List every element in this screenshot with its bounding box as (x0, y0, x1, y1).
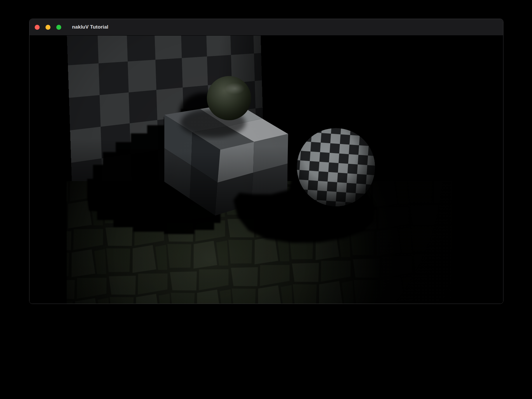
zoom-button[interactable] (56, 25, 61, 30)
minimize-button[interactable] (46, 25, 50, 30)
scene-canvas (29, 36, 503, 304)
window-title: nakluV Tutorial (72, 24, 108, 30)
window-controls (29, 25, 61, 30)
desktop-background: nakluV Tutorial (0, 0, 532, 399)
spotlight-vignette (29, 36, 503, 304)
title-bar[interactable]: nakluV Tutorial (29, 19, 503, 36)
close-button[interactable] (35, 25, 40, 30)
render-viewport[interactable] (29, 36, 503, 304)
app-window: nakluV Tutorial (29, 19, 503, 304)
